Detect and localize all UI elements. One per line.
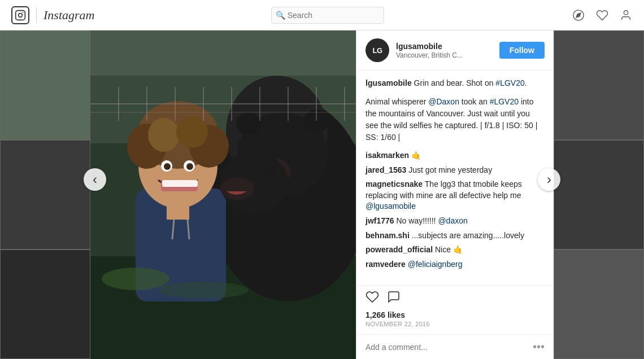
- instagram-logo-icon[interactable]: [11, 6, 29, 24]
- search-input[interactable]: [271, 7, 384, 24]
- navbar: Instagram 🔍: [0, 0, 644, 30]
- bg-thumb-3: [0, 249, 90, 359]
- header-info: lgusamobile Vancouver, British C...: [396, 41, 499, 59]
- svg-point-13: [236, 112, 261, 135]
- svg-point-1: [19, 13, 23, 17]
- caption-hashtag[interactable]: #LGV20: [495, 78, 524, 87]
- svg-point-2: [23, 12, 24, 13]
- right-column: [554, 30, 644, 359]
- post-actions: 1,266 likes NOVEMBER 22, 2016: [356, 285, 554, 334]
- heart-icon[interactable]: [595, 8, 609, 22]
- post-panel: LG lgusamobile Vancouver, British C... F…: [356, 30, 554, 359]
- post-photo: [90, 30, 356, 359]
- search-bar[interactable]: 🔍: [271, 7, 384, 24]
- comment-2: jared_1563 Just got mine yesterday: [365, 165, 545, 176]
- description-text: Animal whisperer @Daxon took an #LGV20 i…: [365, 97, 537, 142]
- comment-4: jwf1776 No way!!!!!! @daxon: [365, 216, 545, 227]
- svg-rect-0: [16, 10, 25, 20]
- profile-icon[interactable]: [619, 8, 633, 22]
- prev-arrow[interactable]: ‹: [84, 168, 106, 191]
- comment-input[interactable]: [365, 343, 533, 352]
- svg-point-46: [102, 268, 169, 290]
- comment-icon[interactable]: [387, 290, 401, 307]
- svg-point-28: [164, 163, 171, 170]
- left-column: [0, 30, 90, 359]
- post-username[interactable]: lgusamobile: [396, 41, 499, 51]
- comment-input-row[interactable]: •••: [356, 334, 554, 359]
- comment-6: poweradd_official Nice 🤙: [365, 244, 545, 256]
- post-caption: lgusamobile Grin and bear. Shot on #LGV2…: [365, 77, 545, 89]
- post-description: Animal whisperer @Daxon took an #LGV20 i…: [365, 96, 545, 143]
- bg-thumb-4: [554, 30, 644, 140]
- post-location: Vancouver, British C...: [396, 51, 499, 59]
- likes-count: 1,266 likes: [365, 310, 545, 319]
- search-icon: 🔍: [276, 11, 285, 20]
- svg-marker-4: [576, 13, 581, 17]
- svg-point-25: [176, 116, 208, 148]
- bg-thumb-2: [0, 140, 90, 249]
- post-content: lgusamobile Grin and bear. Shot on #LGV2…: [356, 71, 554, 285]
- caption-username[interactable]: lgusamobile: [365, 78, 412, 87]
- svg-point-34: [220, 177, 254, 200]
- bg-thumb-6: [554, 249, 644, 359]
- follow-button[interactable]: Follow: [499, 42, 545, 59]
- svg-point-29: [186, 163, 193, 170]
- caption-text: Grin and bear. Shot on: [412, 78, 496, 87]
- svg-point-47: [158, 282, 249, 299]
- like-icon[interactable]: [365, 290, 379, 307]
- comment-1: isakmarken 🤙: [365, 150, 545, 161]
- post-date: NOVEMBER 22, 2016: [365, 321, 545, 327]
- svg-point-5: [624, 10, 628, 14]
- svg-point-24: [148, 118, 180, 152]
- bg-thumb-5: [554, 140, 644, 249]
- compass-icon[interactable]: [572, 8, 585, 22]
- action-icons-row: [365, 290, 545, 307]
- nav-divider: [36, 7, 37, 23]
- comment-3: magneticsnake The lgg3 that tmobile keep…: [365, 179, 545, 212]
- post-modal: LG lgusamobile Vancouver, British C... F…: [90, 30, 554, 359]
- comment-7: ramvedere @feliciaignberg: [365, 259, 545, 270]
- comment-5: behnam.shi ...subjects are amazing.....l…: [365, 230, 545, 242]
- avatar: LG: [365, 38, 389, 62]
- nav-action-icons: [572, 8, 633, 22]
- bg-thumb-1: [0, 30, 90, 140]
- more-options-icon[interactable]: •••: [533, 340, 545, 353]
- instagram-wordmark: Instagram: [43, 8, 94, 23]
- svg-rect-32: [167, 203, 189, 220]
- svg-rect-31: [162, 180, 198, 187]
- photo-scene: [90, 30, 356, 359]
- post-header: LG lgusamobile Vancouver, British C... F…: [356, 30, 554, 71]
- next-arrow[interactable]: ›: [538, 168, 560, 191]
